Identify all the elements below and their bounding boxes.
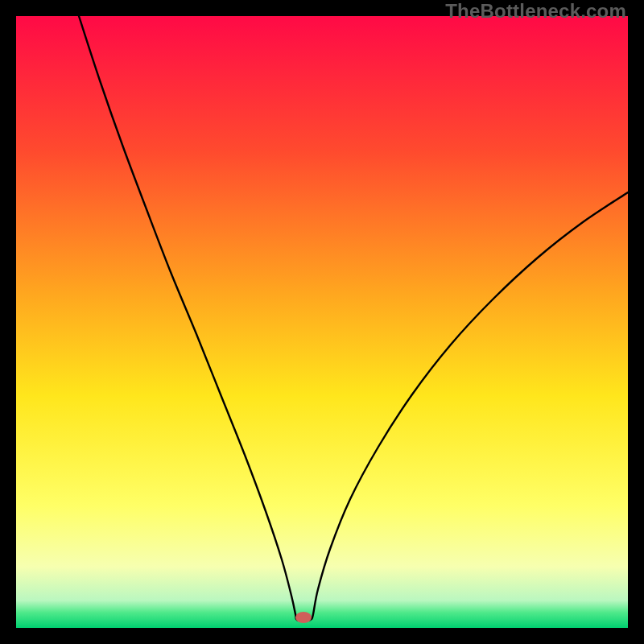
plot-area	[16, 16, 628, 628]
gradient-background	[16, 16, 628, 628]
bottleneck-chart	[16, 16, 628, 628]
optimal-marker	[295, 612, 312, 623]
chart-frame: TheBottleneck.com	[0, 0, 644, 644]
watermark-text: TheBottleneck.com	[445, 0, 626, 23]
